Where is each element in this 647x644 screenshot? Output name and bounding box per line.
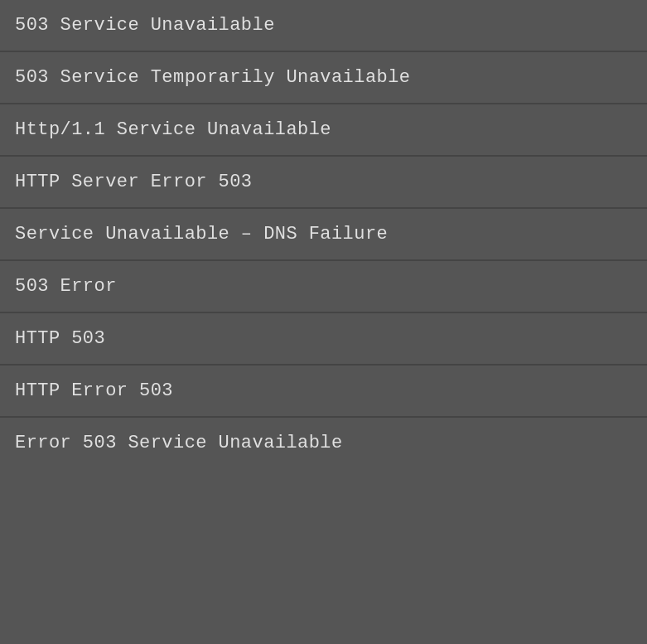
list-item-label: 503 Service Temporarily Unavailable [15, 67, 410, 88]
error-list: 503 Service Unavailable503 Service Tempo… [0, 0, 647, 468]
list-item-label: Error 503 Service Unavailable [15, 433, 343, 453]
list-item[interactable]: HTTP Error 503 [0, 366, 647, 418]
list-item-label: HTTP 503 [15, 328, 105, 349]
list-item-label: HTTP Error 503 [15, 380, 173, 401]
list-item[interactable]: HTTP 503 [0, 313, 647, 366]
list-item-label: Http/1.1 Service Unavailable [15, 119, 331, 140]
list-item-label: 503 Service Unavailable [15, 15, 275, 36]
list-item[interactable]: 503 Service Temporarily Unavailable [0, 52, 647, 104]
list-item-label: Service Unavailable – DNS Failure [15, 224, 388, 245]
list-item[interactable]: 503 Service Unavailable [0, 0, 647, 52]
list-item-label: HTTP Server Error 503 [15, 172, 253, 192]
list-item[interactable]: HTTP Server Error 503 [0, 157, 647, 209]
list-item[interactable]: Http/1.1 Service Unavailable [0, 104, 647, 157]
list-item-label: 503 Error [15, 276, 117, 297]
list-item[interactable]: Service Unavailable – DNS Failure [0, 209, 647, 261]
list-item[interactable]: Error 503 Service Unavailable [0, 418, 647, 468]
list-item[interactable]: 503 Error [0, 261, 647, 313]
